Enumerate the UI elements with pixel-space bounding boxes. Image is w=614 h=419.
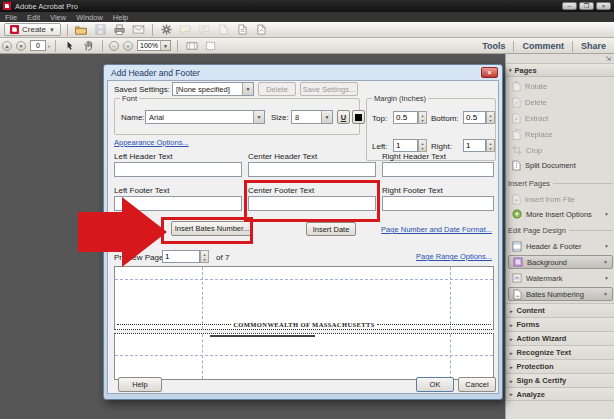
right-header-input[interactable] <box>382 162 494 177</box>
page-number-input[interactable] <box>30 40 46 51</box>
preview-page-stepper[interactable]: ▴▾ <box>200 250 209 263</box>
preview-of-label: of 7 <box>216 253 229 262</box>
select-tool-icon[interactable] <box>62 40 77 52</box>
page-number-date-format-link[interactable]: Page Number and Date Format... <box>381 225 492 234</box>
next-page-icon[interactable]: ▼ <box>16 41 26 51</box>
menu-view[interactable]: View <box>50 13 66 22</box>
margin-left-input[interactable] <box>393 139 418 152</box>
appearance-options-link[interactable]: Appearance Options... <box>114 138 189 147</box>
close-button[interactable]: × <box>596 2 611 10</box>
create-button[interactable]: Create ▼ <box>4 23 61 36</box>
new-document-icon[interactable] <box>235 24 250 36</box>
left-header-input[interactable] <box>114 162 242 177</box>
chevron-down-icon[interactable]: ▼ <box>604 275 609 281</box>
preview-document-title: COMMONWEALTH OF MASSACHUSETTS <box>231 321 377 328</box>
export-document-icon[interactable] <box>254 24 269 36</box>
fit-page-icon[interactable] <box>203 40 218 52</box>
margin-bottom-stepper[interactable]: ▴▾ <box>486 111 495 124</box>
create-pdf-icon <box>10 25 19 34</box>
email-icon[interactable] <box>131 24 146 36</box>
tab-tools[interactable]: Tools <box>474 41 513 51</box>
margin-right-stepper[interactable]: ▴▾ <box>486 139 495 152</box>
menu-window[interactable]: Window <box>76 13 103 22</box>
zoom-dropdown-icon[interactable]: ▼ <box>160 41 170 50</box>
restore-button[interactable]: ❒ <box>579 2 594 10</box>
chevron-down-icon[interactable]: ▼ <box>603 291 608 297</box>
delete-page-icon <box>512 97 521 108</box>
scrolling-mode-icon[interactable] <box>184 40 199 52</box>
menu-help[interactable]: Help <box>113 13 128 22</box>
dialog-titlebar[interactable]: Add Header and Footer × <box>107 65 499 80</box>
zoom-level-control[interactable]: ▼ <box>137 40 171 51</box>
section-content[interactable]: ▸ Content <box>506 303 614 317</box>
tab-comment[interactable]: Comment <box>514 41 572 51</box>
section-analyze[interactable]: ▸ Analyze <box>506 387 614 401</box>
section-analyze-label: Analyze <box>517 390 545 399</box>
section-forms[interactable]: ▸ Forms <box>506 317 614 331</box>
chevron-down-icon[interactable]: ▼ <box>242 83 253 95</box>
dialog-close-button[interactable]: × <box>481 67 498 78</box>
margin-top-label: Top: <box>372 114 387 123</box>
underline-button[interactable]: U <box>337 110 350 124</box>
section-action-wizard[interactable]: ▸ Action Wizard <box>506 331 614 345</box>
triangle-collapsed-icon: ▸ <box>510 364 513 370</box>
tool-bates-numbering[interactable]: Bates Numbering ▼ <box>508 287 613 301</box>
previous-page-icon[interactable]: ▲ <box>2 41 12 51</box>
section-pages[interactable]: ▾ Pages <box>506 64 614 77</box>
help-button[interactable]: Help <box>118 377 162 392</box>
panel-options-icon[interactable]: ⇲ <box>605 55 611 63</box>
font-size-select[interactable]: 8 ▼ <box>291 110 333 124</box>
font-name-select[interactable]: Arial ▼ <box>145 110 265 124</box>
menu-file[interactable]: File <box>5 13 17 22</box>
saved-settings-select[interactable]: [None specified] ▼ <box>172 82 254 96</box>
margin-left-stepper[interactable]: ▴▾ <box>418 139 427 152</box>
chevron-down-icon[interactable]: ▼ <box>603 259 608 265</box>
tool-replace: Replace <box>508 127 613 141</box>
tool-background[interactable]: Background ▼ <box>508 255 613 269</box>
tool-insert-from-file-label: Insert from File <box>525 195 575 204</box>
ok-button[interactable]: OK <box>416 377 454 392</box>
margin-top-stepper[interactable]: ▴▾ <box>418 111 427 124</box>
insert-date-button[interactable]: Insert Date <box>306 222 356 236</box>
font-color-button[interactable] <box>352 110 365 124</box>
page-range-options-link[interactable]: Page Range Options... <box>416 252 492 261</box>
zoom-in-icon[interactable]: + <box>123 41 133 51</box>
extract-page-icon <box>512 113 521 124</box>
separator <box>102 40 103 52</box>
zoom-level-input[interactable] <box>138 42 160 49</box>
gear-icon[interactable] <box>159 24 174 36</box>
hand-tool-icon[interactable] <box>81 40 96 52</box>
margin-bottom-input[interactable] <box>463 111 486 124</box>
center-header-input[interactable] <box>248 162 376 177</box>
rotate-page-icon <box>512 81 521 92</box>
tool-watermark[interactable]: Watermark ▼ <box>508 271 613 285</box>
zoom-out-icon[interactable]: − <box>109 41 119 51</box>
font-size-value: 8 <box>292 113 321 122</box>
right-footer-input[interactable] <box>382 196 494 211</box>
chevron-down-icon[interactable]: ▼ <box>604 243 609 249</box>
font-name-label: Name: <box>121 113 145 122</box>
section-recognize-text[interactable]: ▸ Recognize Text <box>506 345 614 359</box>
cancel-button[interactable]: Cancel <box>458 377 496 392</box>
section-sign-certify[interactable]: ▸ Sign & Certify <box>506 373 614 387</box>
tool-more-insert-options[interactable]: More Insert Options ▼ <box>508 207 613 221</box>
menu-edit[interactable]: Edit <box>27 13 40 22</box>
insert-from-file-icon <box>512 194 521 205</box>
section-sign-certify-label: Sign & Certify <box>517 376 567 385</box>
open-file-icon[interactable] <box>74 24 89 36</box>
minimize-button[interactable]: – <box>562 2 577 10</box>
menubar: File Edit View Window Help <box>0 12 614 22</box>
chevron-down-icon[interactable]: ▼ <box>253 111 264 123</box>
tool-split-document[interactable]: Split Document <box>508 158 613 172</box>
margin-top-input[interactable] <box>393 111 418 124</box>
header-footer-icon <box>512 241 522 252</box>
margin-right-input[interactable] <box>463 139 486 152</box>
tab-share[interactable]: Share <box>573 41 614 51</box>
print-icon[interactable] <box>112 24 127 36</box>
font-group: Font Name: Arial ▼ Size: 8 ▼ U <box>114 98 360 135</box>
section-protection[interactable]: ▸ Protection <box>506 359 614 373</box>
chevron-down-icon[interactable]: ▼ <box>321 111 332 123</box>
chevron-down-icon[interactable]: ▼ <box>604 211 609 217</box>
annotation-box-center-footer <box>244 180 380 222</box>
tool-header-footer[interactable]: Header & Footer ▼ <box>508 239 613 253</box>
